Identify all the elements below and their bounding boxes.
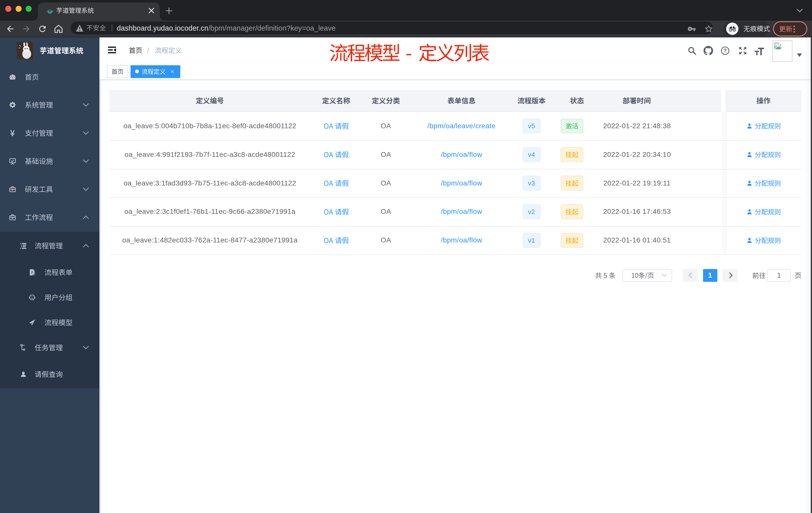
svg-text:?: ? (723, 48, 727, 54)
